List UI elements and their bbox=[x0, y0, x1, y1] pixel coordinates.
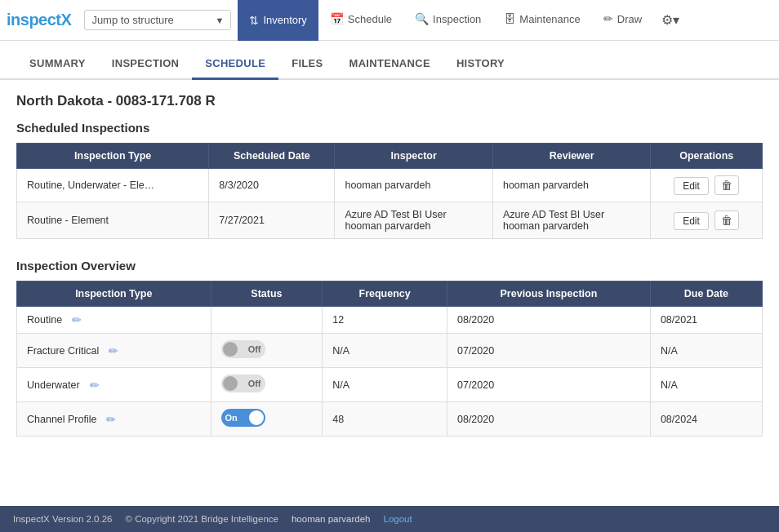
scheduled-inspections-table: Inspection Type Scheduled Date Inspector… bbox=[16, 143, 763, 239]
toggle-knob bbox=[223, 342, 238, 357]
inspection-type-cell: Channel Profile ✏ bbox=[17, 402, 211, 437]
table-row: Fracture Critical ✏ Off N/A 07/2020 N/A bbox=[17, 334, 763, 368]
channel-profile-type-label: Channel Profile bbox=[27, 414, 96, 425]
col-header-inspector: Inspector bbox=[335, 144, 493, 169]
tab-inspection[interactable]: INSPECTION bbox=[99, 51, 192, 80]
col-header-frequency: Frequency bbox=[323, 282, 447, 307]
toggle-off-switch[interactable]: Off bbox=[221, 375, 265, 392]
draw-icon: ✏ bbox=[603, 12, 613, 25]
edit-pencil-icon[interactable]: ✏ bbox=[106, 413, 116, 426]
inspector-cell: Azure AD Test BI User hooman parvardeh bbox=[335, 202, 493, 239]
logout-button[interactable]: Logout bbox=[384, 514, 412, 524]
nav-draw-label: Draw bbox=[617, 13, 642, 25]
inspector-line1: Azure AD Test BI User bbox=[345, 209, 483, 220]
nav-item-inspection[interactable]: 🔍 Inspection bbox=[403, 0, 492, 41]
tab-history[interactable]: HISTORY bbox=[443, 51, 518, 80]
toggle-label: On bbox=[225, 413, 238, 423]
inspection-type-cell: Underwater ✏ bbox=[17, 368, 211, 402]
toggle-label: Off bbox=[248, 379, 261, 388]
maintenance-icon: 🗄 bbox=[504, 12, 515, 25]
inspection-overview-heading: Inspection Overview bbox=[16, 259, 763, 273]
reviewer-cell: hooman parvardeh bbox=[492, 169, 651, 202]
previous-inspection-cell: 08/2020 bbox=[447, 307, 650, 334]
toggle-on-switch[interactable]: On bbox=[221, 409, 265, 427]
reviewer-line1: Azure AD Test BI User bbox=[503, 209, 641, 220]
col-header-reviewer: Reviewer bbox=[492, 144, 651, 169]
sub-tabs-container: SUMMARY INSPECTION SCHEDULE FILES MAINTE… bbox=[0, 41, 779, 80]
status-cell: On bbox=[211, 402, 323, 437]
tab-maintenance[interactable]: MAINTENANCE bbox=[336, 51, 443, 80]
delete-button[interactable]: 🗑 bbox=[714, 211, 739, 230]
jump-to-structure-dropdown[interactable]: Jump to structure ▼ bbox=[84, 10, 231, 30]
jump-dropdown-label: Jump to structure bbox=[91, 14, 173, 26]
inspection-type-cell: Routine ✏ bbox=[17, 307, 211, 334]
frequency-cell: 12 bbox=[323, 307, 447, 334]
schedule-icon: 📅 bbox=[330, 12, 344, 25]
inspector-cell: hooman parvardeh bbox=[335, 169, 493, 202]
inspection-overview-table: Inspection Type Status Frequency Previou… bbox=[16, 281, 763, 437]
edit-pencil-icon[interactable]: ✏ bbox=[109, 344, 118, 357]
inspection-type-cell: Fracture Critical ✏ bbox=[17, 334, 211, 368]
edit-pencil-icon[interactable]: ✏ bbox=[72, 313, 82, 326]
nav-inspection-label: Inspection bbox=[433, 13, 481, 25]
inspector-line2: hooman parvardeh bbox=[345, 220, 483, 232]
app-logo: inspectX bbox=[7, 11, 71, 29]
frequency-cell: N/A bbox=[323, 368, 447, 402]
nav-item-draw[interactable]: ✏ Draw bbox=[592, 0, 653, 41]
fracture-critical-type-label: Fracture Critical bbox=[27, 345, 99, 357]
previous-inspection-cell: 07/2020 bbox=[447, 368, 650, 402]
inventory-icon: ⇅ bbox=[249, 14, 259, 27]
gear-icon: ⚙▾ bbox=[661, 12, 679, 28]
nav-items-container: ⇅ Inventory 📅 Schedule 🔍 Inspection 🗄 Ma… bbox=[238, 0, 772, 41]
operations-cell: Edit 🗑 bbox=[651, 169, 763, 202]
nav-maintenance-label: Maintenance bbox=[519, 13, 580, 25]
tab-summary[interactable]: SUMMARY bbox=[16, 51, 99, 80]
frequency-cell: 48 bbox=[323, 402, 447, 437]
nav-item-schedule[interactable]: 📅 Schedule bbox=[318, 0, 403, 41]
toggle-knob bbox=[223, 376, 238, 391]
edit-button[interactable]: Edit bbox=[674, 212, 709, 230]
nav-item-maintenance[interactable]: 🗄 Maintenance bbox=[492, 0, 591, 41]
nav-inventory-label: Inventory bbox=[263, 14, 306, 26]
settings-button[interactable]: ⚙▾ bbox=[653, 0, 688, 41]
toggle-off-switch[interactable]: Off bbox=[221, 340, 265, 358]
col-header-inspection-type: Inspection Type bbox=[17, 282, 211, 307]
status-cell: Off bbox=[211, 368, 323, 402]
due-date-cell: 08/2021 bbox=[650, 307, 762, 334]
table-row: Routine, Underwater - Ele… 8/3/2020 hoom… bbox=[17, 169, 763, 202]
delete-button[interactable]: 🗑 bbox=[714, 175, 739, 195]
tab-schedule[interactable]: SCHEDULE bbox=[192, 51, 278, 80]
col-header-due-date: Due Date bbox=[650, 282, 762, 307]
status-cell: Off bbox=[211, 334, 323, 368]
footer-user: hooman parvardeh bbox=[292, 514, 371, 524]
reviewer-cell: Azure AD Test BI User hooman parvardeh bbox=[492, 202, 651, 239]
chevron-down-icon: ▼ bbox=[215, 16, 224, 25]
toggle-knob bbox=[249, 410, 264, 425]
nav-schedule-label: Schedule bbox=[348, 13, 392, 25]
edit-button[interactable]: Edit bbox=[674, 177, 709, 195]
col-header-inspection-type: Inspection Type bbox=[17, 144, 209, 169]
tab-files[interactable]: FILES bbox=[278, 51, 336, 80]
edit-pencil-icon[interactable]: ✏ bbox=[90, 379, 100, 392]
col-header-status: Status bbox=[211, 282, 323, 307]
col-header-operations: Operations bbox=[651, 144, 763, 169]
footer-version: InspectX Version 2.0.26 bbox=[13, 514, 112, 524]
reviewer-line2: hooman parvardeh bbox=[503, 220, 641, 232]
previous-inspection-cell: 08/2020 bbox=[447, 402, 650, 437]
inspection-type-cell: Routine - Element bbox=[17, 202, 209, 239]
nav-item-inventory[interactable]: ⇅ Inventory bbox=[238, 0, 318, 41]
operations-cell: Edit 🗑 bbox=[651, 202, 763, 239]
logo-text: inspectX bbox=[7, 11, 71, 29]
inspection-type-cell: Routine, Underwater - Ele… bbox=[17, 169, 209, 202]
table-row: Channel Profile ✏ On 48 08/2020 08/2024 bbox=[17, 402, 763, 437]
table-row: Routine - Element 7/27/2021 Azure AD Tes… bbox=[17, 202, 763, 239]
inspection-icon: 🔍 bbox=[415, 12, 429, 25]
previous-inspection-cell: 07/2020 bbox=[447, 334, 650, 368]
main-content: North Dakota - 0083-171.708 R Scheduled … bbox=[0, 80, 779, 506]
scheduled-inspections-heading: Scheduled Inspections bbox=[16, 121, 763, 135]
due-date-cell: 08/2024 bbox=[650, 402, 762, 437]
top-navigation: inspectX Jump to structure ▼ ⇅ Inventory… bbox=[0, 0, 779, 41]
underwater-type-label: Underwater bbox=[27, 379, 80, 391]
scheduled-date-cell: 7/27/2021 bbox=[209, 202, 335, 239]
footer-copyright: © Copyright 2021 Bridge Intelligence bbox=[125, 514, 278, 524]
